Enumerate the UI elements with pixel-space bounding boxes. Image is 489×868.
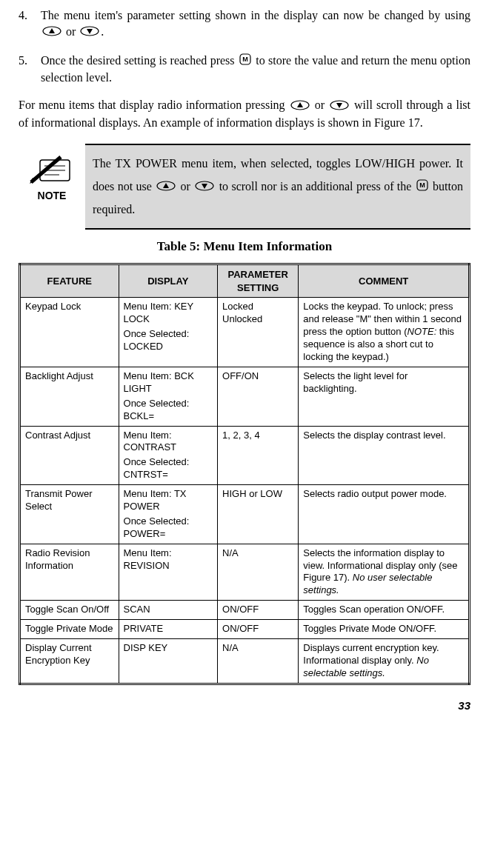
cell-display: Menu Item: REVISION xyxy=(119,544,218,601)
cell-feature: Display Current Encryption Key xyxy=(20,638,119,684)
up-button-icon xyxy=(156,176,176,198)
page-number: 33 xyxy=(19,698,470,713)
cell-display: PRIVATE xyxy=(119,620,218,639)
table-row: Toggle Scan On/Off SCAN ON/OFF Toggles S… xyxy=(20,601,470,620)
table-row: Toggle Private Mode PRIVATE ON/OFF Toggl… xyxy=(20,620,470,639)
up-button-icon xyxy=(42,24,61,41)
cell-comment: Selects the information display to view.… xyxy=(299,544,470,601)
step-4-num: 4. xyxy=(19,7,41,41)
svg-marker-1 xyxy=(49,28,55,33)
svg-marker-17 xyxy=(163,183,169,188)
table-row: Radio Revision Information Menu Item: RE… xyxy=(20,544,470,601)
note-left: NOTE xyxy=(19,144,85,203)
step-5: 5. Once the desired setting is reached p… xyxy=(19,53,470,86)
cell-feature: Toggle Private Mode xyxy=(20,620,119,639)
note-box: The TX POWER menu item, when selected, t… xyxy=(85,144,470,230)
m-button-icon: M xyxy=(239,53,251,70)
cell-param: OFF/ON xyxy=(218,367,299,426)
cell-param: ON/OFF xyxy=(218,601,299,620)
note-pencil-icon xyxy=(30,153,74,186)
cell-feature: Radio Revision Information xyxy=(20,544,119,601)
cell-display: Menu Item: KEY LOCKOnce Selected: LOCKED xyxy=(119,298,218,367)
cell-feature: Toggle Scan On/Off xyxy=(20,601,119,620)
step-5-text-a: Once the desired setting is reached pres… xyxy=(41,54,238,67)
para-a: For menu items that display radio inform… xyxy=(19,99,289,111)
cell-param: HIGH or LOW xyxy=(218,485,299,544)
cell-display: SCAN xyxy=(119,601,218,620)
cell-param: ON/OFF xyxy=(218,620,299,639)
note-c: to scroll nor is an additional press of … xyxy=(216,180,414,193)
step-4-text-c: . xyxy=(101,25,104,38)
down-button-icon xyxy=(80,24,99,41)
down-button-icon xyxy=(330,99,349,115)
m-button-icon: M xyxy=(416,176,428,198)
cell-comment: Displays current encryption key. Informa… xyxy=(299,638,470,684)
svg-marker-7 xyxy=(297,102,303,107)
cell-param: Locked Unlocked xyxy=(218,298,299,367)
cell-display: DISP KEY xyxy=(119,638,218,684)
cell-feature: Keypad Lock xyxy=(20,298,119,367)
para-b: or xyxy=(311,99,328,111)
cell-comment: Selects the light level for backlighting… xyxy=(299,367,470,426)
step-4: 4. The menu item's parameter setting sho… xyxy=(19,7,470,41)
up-button-icon xyxy=(290,99,310,115)
cell-display: Menu Item: TX POWEROnce Selected: POWER= xyxy=(119,485,218,544)
th-comment: COMMENT xyxy=(299,264,470,298)
step-5-num: 5. xyxy=(19,53,41,86)
step-4-body: The menu item's parameter setting shown … xyxy=(41,7,470,41)
radio-info-paragraph: For menu items that display radio inform… xyxy=(19,97,470,130)
table-row: Backlight Adjust Menu Item: BCK LIGHTOnc… xyxy=(20,367,470,426)
cell-feature: Backlight Adjust xyxy=(20,367,119,426)
cell-comment: Locks the keypad. To unlock; press and r… xyxy=(299,298,470,367)
table-row: Transmit Power Select Menu Item: TX POWE… xyxy=(20,485,470,544)
table-row: Keypad Lock Menu Item: KEY LOCKOnce Sele… xyxy=(20,298,470,367)
cell-feature: Contrast Adjust xyxy=(20,426,119,485)
th-feature: FEATURE xyxy=(20,264,119,298)
cell-display: Menu Item: BCK LIGHTOnce Selected: BCKL= xyxy=(119,367,218,426)
cell-comment: Toggles Private Mode ON/OFF. xyxy=(299,620,470,639)
table-row: Display Current Encryption Key DISP KEY … xyxy=(20,638,470,684)
th-parameter: PARAMETER SETTING xyxy=(218,264,299,298)
step-4-text-a: The menu item's parameter setting shown … xyxy=(41,9,470,21)
table-row: Contrast Adjust Menu Item: CONTRASTOnce … xyxy=(20,426,470,485)
cell-comment: Toggles Scan operation ON/OFF. xyxy=(299,601,470,620)
cell-feature: Transmit Power Select xyxy=(20,485,119,544)
table-title: Table 5: Menu Item Information xyxy=(19,238,470,256)
cell-comment: Selects radio output power mode. xyxy=(299,485,470,544)
cell-param: 1, 2, 3, 4 xyxy=(218,426,299,485)
table-header-row: FEATURE DISPLAY PARAMETER SETTING COMMEN… xyxy=(20,264,470,298)
down-button-icon xyxy=(195,176,214,198)
note-b: or xyxy=(177,180,193,193)
menu-item-table: FEATURE DISPLAY PARAMETER SETTING COMMEN… xyxy=(19,263,470,684)
cell-display: Menu Item: CONTRASTOnce Selected: CNTRST… xyxy=(119,426,218,485)
svg-marker-19 xyxy=(202,184,207,189)
svg-marker-9 xyxy=(336,103,342,108)
note-block: NOTE The TX POWER menu item, when select… xyxy=(19,144,470,230)
step-4-text-b: or xyxy=(63,25,79,38)
svg-marker-3 xyxy=(87,29,93,34)
note-label: NOTE xyxy=(19,189,85,203)
svg-text:M: M xyxy=(242,56,248,63)
step-5-body: Once the desired setting is reached pres… xyxy=(41,53,470,86)
cell-param: N/A xyxy=(218,544,299,601)
cell-param: N/A xyxy=(218,638,299,684)
cell-comment: Selects the display contrast level. xyxy=(299,426,470,485)
th-display: DISPLAY xyxy=(119,264,218,298)
svg-text:M: M xyxy=(419,181,425,189)
